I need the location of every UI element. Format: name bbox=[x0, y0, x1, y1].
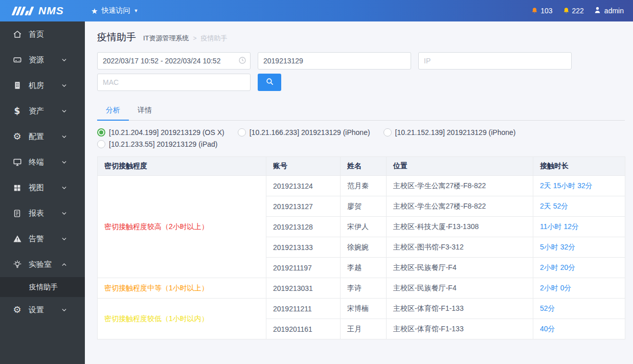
date-range-input[interactable] bbox=[97, 52, 251, 70]
ip-input[interactable] bbox=[418, 52, 572, 70]
name-cell: 王月 bbox=[341, 319, 387, 339]
radio-icon bbox=[238, 128, 246, 136]
sidebar-item-label: 资产 bbox=[29, 106, 44, 116]
grid-icon bbox=[12, 183, 22, 193]
user-icon bbox=[593, 6, 602, 16]
column-header: 接触时长 bbox=[533, 157, 625, 176]
account-cell: 2019213133 bbox=[266, 237, 341, 258]
account-cell: 2019213128 bbox=[266, 217, 341, 237]
device-radio[interactable]: [10.21.233.55] 2019213129 (iPad) bbox=[97, 140, 218, 148]
sidebar-subitem-epidemic-assistant[interactable]: 疫情助手 bbox=[0, 277, 85, 297]
breadcrumb-root[interactable]: IT资源管理系统 bbox=[143, 34, 189, 43]
sidebar-item-views[interactable]: 视图 bbox=[0, 175, 85, 200]
table-header-row: 密切接触程度账号姓名位置接触时长 bbox=[98, 157, 625, 176]
sidebar-item-reports[interactable]: 报表 bbox=[0, 200, 85, 226]
sidebar-item-resources[interactable]: 资源 bbox=[0, 47, 85, 73]
sidebar-item-assets[interactable]: $资产 bbox=[0, 98, 85, 124]
chevron-down-icon bbox=[59, 81, 69, 90]
user-menu[interactable]: admin bbox=[593, 6, 624, 16]
device-radio[interactable]: [10.21.152.139] 2019213129 (iPhone) bbox=[383, 128, 516, 136]
sidebar-item-alerts[interactable]: 告警 bbox=[0, 226, 85, 252]
chevron-down-icon bbox=[59, 157, 69, 167]
column-header: 位置 bbox=[387, 157, 533, 176]
column-header: 姓名 bbox=[341, 157, 387, 176]
main-content: 疫情助手 IT资源管理系统 > 疫情助手 bbox=[85, 21, 633, 364]
radio-icon bbox=[97, 140, 105, 148]
device-radio[interactable]: [10.21.204.199] 2019213129 (OS X) bbox=[97, 128, 224, 136]
contact-level-cell: 密切接触程度中等（1小时以上） bbox=[98, 278, 266, 299]
topbar-alerts: 103222admin bbox=[530, 6, 633, 16]
alert-badge-1[interactable]: 103 bbox=[530, 7, 552, 15]
sidebar-item-server-room[interactable]: 机房 bbox=[0, 73, 85, 98]
duration-cell[interactable]: 2小时 20分 bbox=[533, 258, 625, 278]
chevron-down-icon bbox=[59, 305, 69, 315]
sidebar-item-lab[interactable]: 实验室 bbox=[0, 252, 85, 277]
mac-input[interactable] bbox=[97, 74, 251, 91]
page-header: 疫情助手 IT资源管理系统 > 疫情助手 bbox=[97, 31, 625, 44]
device-radio-label: [10.21.233.55] 2019213129 (iPad) bbox=[109, 140, 218, 148]
account-cell: 2019201161 bbox=[266, 319, 341, 339]
chevron-down-icon bbox=[59, 234, 69, 244]
tab-analysis[interactable]: 分析 bbox=[97, 101, 129, 121]
quick-access-menu[interactable]: ★ 快速访问 ▼ bbox=[85, 0, 144, 21]
search-area bbox=[97, 52, 583, 91]
search-icon bbox=[265, 77, 274, 87]
bell-icon bbox=[530, 7, 539, 15]
sidebar-item-label: 报表 bbox=[29, 209, 44, 218]
table-row: 密切接触程度较高（2小时以上）2019213124范月秦主校区-学生公寓27楼-… bbox=[98, 176, 625, 196]
sidebar-nav: 首页资源机房$资产⚙配置终端视图报表告警实验室疫情助手⚙设置 bbox=[0, 21, 85, 323]
quick-access-label: 快速访问 bbox=[101, 6, 130, 15]
search-button[interactable] bbox=[258, 74, 281, 91]
user-name: admin bbox=[604, 7, 624, 15]
sidebar-item-terminal[interactable]: 终端 bbox=[0, 149, 85, 175]
sidebar-item-label: 设置 bbox=[29, 305, 44, 315]
name-cell: 范月秦 bbox=[341, 176, 387, 196]
duration-cell[interactable]: 5小时 32分 bbox=[533, 237, 625, 258]
location-cell: 主校区-科技大厦-F13-1308 bbox=[387, 217, 533, 237]
drive-icon bbox=[12, 55, 22, 65]
location-cell: 主校区-民族餐厅-F4 bbox=[387, 278, 533, 299]
table-row: 密切接触程度较低（1小时以内）2019211211宋博楠主校区-体育馆-F1-1… bbox=[98, 299, 625, 319]
sidebar-item-label: 资源 bbox=[29, 55, 44, 65]
clock-icon bbox=[238, 56, 246, 66]
duration-cell[interactable]: 52分 bbox=[533, 299, 625, 319]
name-cell: 廖贺 bbox=[341, 196, 387, 217]
alert-count: 222 bbox=[572, 7, 584, 15]
warning-icon bbox=[12, 234, 22, 244]
alert-badge-2[interactable]: 222 bbox=[562, 7, 584, 15]
sidebar-item-config[interactable]: ⚙配置 bbox=[0, 124, 85, 149]
sidebar-item-settings[interactable]: ⚙设置 bbox=[0, 297, 85, 323]
chevron-down-icon bbox=[59, 106, 69, 116]
name-cell: 李越 bbox=[341, 258, 387, 278]
contact-level-cell: 密切接触程度较低（1小时以内） bbox=[98, 299, 266, 339]
mac-field bbox=[97, 74, 251, 91]
duration-cell[interactable]: 40分 bbox=[533, 319, 625, 339]
sidebar-item-label: 实验室 bbox=[29, 260, 52, 269]
logo[interactable]: NMS bbox=[0, 5, 85, 17]
location-cell: 主校区-民族餐厅-F4 bbox=[387, 258, 533, 278]
duration-cell[interactable]: 11小时 12分 bbox=[533, 217, 625, 237]
column-header: 密切接触程度 bbox=[98, 157, 266, 176]
duration-cell[interactable]: 2天 15小时 32分 bbox=[533, 176, 625, 196]
breadcrumb: IT资源管理系统 > 疫情助手 bbox=[143, 34, 228, 43]
chevron-down-icon bbox=[59, 209, 69, 218]
sidebar-item-home[interactable]: 首页 bbox=[0, 21, 85, 47]
device-radio-label: [10.21.166.233] 2019213129 (iPhone) bbox=[250, 128, 370, 136]
breadcrumb-separator: > bbox=[193, 35, 197, 42]
breadcrumb-current: 疫情助手 bbox=[201, 34, 228, 43]
device-radio[interactable]: [10.21.166.233] 2019213129 (iPhone) bbox=[238, 128, 370, 136]
location-cell: 主校区-学生公寓27楼-F8-822 bbox=[387, 176, 533, 196]
duration-cell[interactable]: 2天 52分 bbox=[533, 196, 625, 217]
name-cell: 宋伊人 bbox=[341, 217, 387, 237]
duration-cell[interactable]: 2小时 0分 bbox=[533, 278, 625, 299]
ip-field bbox=[418, 52, 572, 70]
tab-detail[interactable]: 详情 bbox=[129, 101, 161, 121]
building-icon bbox=[12, 81, 22, 90]
table-row: 密切接触程度中等（1小时以上）2019213031李诗主校区-民族餐厅-F42小… bbox=[98, 278, 625, 299]
bulb-icon bbox=[12, 260, 22, 269]
bell-icon bbox=[562, 7, 571, 15]
dollar-icon: $ bbox=[12, 106, 22, 116]
account-input[interactable] bbox=[258, 52, 411, 70]
sidebar-item-label: 机房 bbox=[29, 81, 44, 90]
radio-icon bbox=[97, 128, 105, 136]
